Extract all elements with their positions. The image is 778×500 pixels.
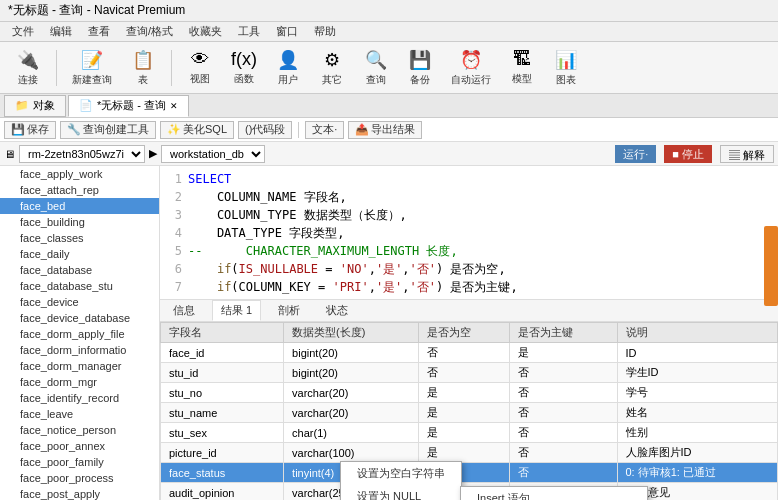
table-cell: 否: [510, 363, 617, 383]
ctx-item-1[interactable]: 设置为 NULL: [341, 485, 461, 500]
sidebar-item-face_bed[interactable]: face_bed: [0, 198, 159, 214]
connection-select[interactable]: rm-2zetn83n05wz7i: [19, 145, 145, 163]
toolbar-icon-图表: 📊: [554, 49, 578, 71]
sidebar-item-face_poor_annex[interactable]: face_poor_annex: [0, 438, 159, 454]
toolbar-btn-用户[interactable]: 👤用户: [268, 46, 308, 90]
sidebar-item-face_leave[interactable]: face_leave: [0, 406, 159, 422]
tab-close-1[interactable]: ✕: [170, 101, 178, 111]
toolbar-label-其它: 其它: [322, 73, 342, 87]
sidebar-item-face_classes[interactable]: face_classes: [0, 230, 159, 246]
code-content[interactable]: SELECT COLUMN_NAME 字段名, COLUMN_TYPE 数据类型…: [188, 170, 774, 295]
sidebar-item-face_attach_rep[interactable]: face_attach_rep: [0, 182, 159, 198]
sidebar-item-face_database_stu[interactable]: face_database_stu: [0, 278, 159, 294]
table-cell: varchar(20): [284, 383, 419, 403]
toolbar-btn-视图[interactable]: 👁视图: [180, 46, 220, 90]
table-row[interactable]: picture_idvarchar(100)是否人脸库图片ID: [161, 443, 778, 463]
table-cell: 学生ID: [617, 363, 778, 383]
tab-0[interactable]: 📁对象: [4, 95, 66, 117]
table-cell: 0: 待审核1: 已通过: [617, 463, 778, 483]
main-content: face_apply_workface_attach_repface_bedfa…: [0, 166, 778, 500]
toolbar-label-新建查询: 新建查询: [72, 73, 112, 87]
toolbar-label-函数: 函数: [234, 72, 254, 86]
run-button[interactable]: 运行·: [615, 145, 656, 163]
stop-button[interactable]: ■ 停止: [664, 145, 712, 163]
sidebar-item-face_device_database[interactable]: face_device_database: [0, 310, 159, 326]
query-builder-button[interactable]: 🔧 查询创建工具: [60, 121, 156, 139]
db-bar: 🖥 rm-2zetn83n05wz7i ▶ workstation_db 运行·…: [0, 142, 778, 166]
table-cell: stu_sex: [161, 423, 284, 443]
save-button[interactable]: 💾 保存: [4, 121, 56, 139]
table-cell: 否: [418, 343, 509, 363]
menu-item-工具[interactable]: 工具: [230, 22, 268, 41]
sidebar-item-face_poor_process[interactable]: face_poor_process: [0, 470, 159, 486]
code-segment-button[interactable]: ()代码段: [238, 121, 292, 139]
toolbar-btn-连接[interactable]: 🔌连接: [8, 46, 48, 90]
sidebar-item-face_poor_family[interactable]: face_poor_family: [0, 454, 159, 470]
table-row[interactable]: stu_sexchar(1)是否性别: [161, 423, 778, 443]
sidebar-item-face_notice_person[interactable]: face_notice_person: [0, 422, 159, 438]
sidebar-item-face_dorm_informatio[interactable]: face_dorm_informatio: [0, 342, 159, 358]
toolbar-btn-表[interactable]: 📋表: [123, 46, 163, 90]
sidebar-item-face_building[interactable]: face_building: [0, 214, 159, 230]
menu-item-文件[interactable]: 文件: [4, 22, 42, 41]
sidebar-item-face_identify_record[interactable]: face_identify_record: [0, 390, 159, 406]
col-header-数据类型(长度): 数据类型(长度): [284, 323, 419, 343]
toolbar: 🔌连接📝新建查询📋表👁视图f(x)函数👤用户⚙其它🔍查询💾备份⏰自动运行🏗模型📊…: [0, 42, 778, 94]
tab-1[interactable]: 📄*无标题 - 查询 ✕: [68, 95, 189, 117]
table-cell: char(1): [284, 423, 419, 443]
table-cell: 是: [418, 383, 509, 403]
result-tab-信息[interactable]: 信息: [164, 300, 204, 321]
ctx-item-0[interactable]: 设置为空白字符串: [341, 462, 461, 485]
toolbar-btn-模型[interactable]: 🏗模型: [502, 46, 542, 90]
export-button[interactable]: 📤 导出结果: [348, 121, 422, 139]
table-row[interactable]: stu_novarchar(20)是否学号: [161, 383, 778, 403]
submenu-item-0[interactable]: Insert 语句: [461, 487, 647, 500]
sidebar-item-face_daily[interactable]: face_daily: [0, 246, 159, 262]
beautify-button[interactable]: ✨ 美化SQL: [160, 121, 234, 139]
title-text: *无标题 - 查询 - Navicat Premium: [8, 2, 185, 19]
line-numbers: 1 2 3 4 5 6 7 8 9: [164, 170, 188, 295]
result-tab-状态[interactable]: 状态: [317, 300, 357, 321]
table-row[interactable]: face_idbigint(20)否是ID: [161, 343, 778, 363]
toolbar-btn-查询[interactable]: 🔍查询: [356, 46, 396, 90]
database-select[interactable]: workstation_db: [161, 145, 265, 163]
toolbar-btn-备份[interactable]: 💾备份: [400, 46, 440, 90]
toolbar-label-连接: 连接: [18, 73, 38, 87]
code-editor[interactable]: 1 2 3 4 5 6 7 8 9 SELECT COLUMN_NAME 字段名…: [160, 166, 778, 300]
sidebar-item-face_dorm_mgr[interactable]: face_dorm_mgr: [0, 374, 159, 390]
toolbar-btn-新建查询[interactable]: 📝新建查询: [65, 46, 119, 90]
sidebar-item-face_dorm_apply_file[interactable]: face_dorm_apply_file: [0, 326, 159, 342]
menu-item-收藏夹[interactable]: 收藏夹: [181, 22, 230, 41]
sidebar-item-face_post_apply[interactable]: face_post_apply: [0, 486, 159, 500]
result-tab-结果 1[interactable]: 结果 1: [212, 300, 261, 321]
sidebar-item-face_database[interactable]: face_database: [0, 262, 159, 278]
table-cell: stu_no: [161, 383, 284, 403]
toolbar-btn-函数[interactable]: f(x)函数: [224, 46, 264, 90]
table-cell: bigint(20): [284, 363, 419, 383]
menu-item-帮助[interactable]: 帮助: [306, 22, 344, 41]
sidebar: face_apply_workface_attach_repface_bedfa…: [0, 166, 160, 500]
toolbar-icon-模型: 🏗: [510, 49, 534, 70]
sidebar-item-face_device[interactable]: face_device: [0, 294, 159, 310]
table-row[interactable]: stu_idbigint(20)否否学生ID: [161, 363, 778, 383]
toolbar-btn-图表[interactable]: 📊图表: [546, 46, 586, 90]
menu-item-查看[interactable]: 查看: [80, 22, 118, 41]
toolbar-btn-其它[interactable]: ⚙其它: [312, 46, 352, 90]
table-row[interactable]: face_statustinyint(4)是否0: 待审核1: 已通过: [161, 463, 778, 483]
toolbar-icon-连接: 🔌: [16, 49, 40, 71]
col-header-字段名: 字段名: [161, 323, 284, 343]
text-button[interactable]: 文本·: [305, 121, 344, 139]
toolbar-btn-自动运行[interactable]: ⏰自动运行: [444, 46, 498, 90]
sidebar-item-face_dorm_manager[interactable]: face_dorm_manager: [0, 358, 159, 374]
menu-item-编辑[interactable]: 编辑: [42, 22, 80, 41]
toolbar-icon-视图: 👁: [188, 49, 212, 70]
menu-item-查询/格式[interactable]: 查询/格式: [118, 22, 181, 41]
table-row[interactable]: stu_namevarchar(20)是否姓名: [161, 403, 778, 423]
result-tab-剖析[interactable]: 剖析: [269, 300, 309, 321]
menu-item-窗口[interactable]: 窗口: [268, 22, 306, 41]
explain-button[interactable]: ▤ 解释: [720, 145, 774, 163]
arrow-icon: ▶: [149, 147, 157, 160]
result-tabs: 信息结果 1剖析状态: [160, 300, 778, 322]
sidebar-item-face_apply_work[interactable]: face_apply_work: [0, 166, 159, 182]
table-cell: 否: [510, 383, 617, 403]
